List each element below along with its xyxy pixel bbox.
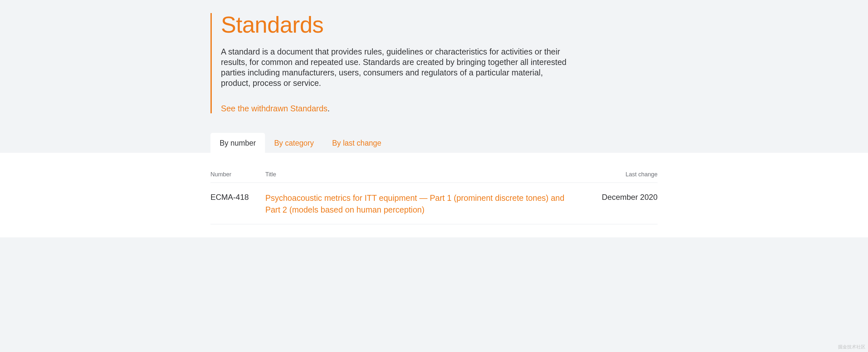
withdrawn-standards-link[interactable]: See the withdrawn Standards [221,104,328,113]
tabs: By number By category By last change [211,133,657,153]
row-number: ECMA-418 [211,192,265,202]
column-header-title: Title [265,171,592,178]
column-header-number: Number [211,171,265,178]
row-last-change: December 2020 [592,192,657,202]
withdrawn-standards-line: See the withdrawn Standards. [221,104,657,113]
standards-table: Number Title Last change ECMA-418 Psycho… [0,153,868,238]
table-header-row: Number Title Last change [211,171,657,183]
tab-by-last-change[interactable]: By last change [323,133,391,153]
row-title-link[interactable]: Psychoacoustic metrics for ITT equipment… [265,193,564,214]
tab-by-number[interactable]: By number [211,133,265,153]
column-header-last-change: Last change [592,171,657,178]
table-row: ECMA-418 Psychoacoustic metrics for ITT … [211,183,657,225]
row-title: Psychoacoustic metrics for ITT equipment… [265,192,592,216]
tab-by-category[interactable]: By category [265,133,323,153]
page-description: A standard is a document that provides r… [221,47,567,88]
withdrawn-standards-suffix: . [328,104,330,113]
page-title: Standards [221,13,657,37]
